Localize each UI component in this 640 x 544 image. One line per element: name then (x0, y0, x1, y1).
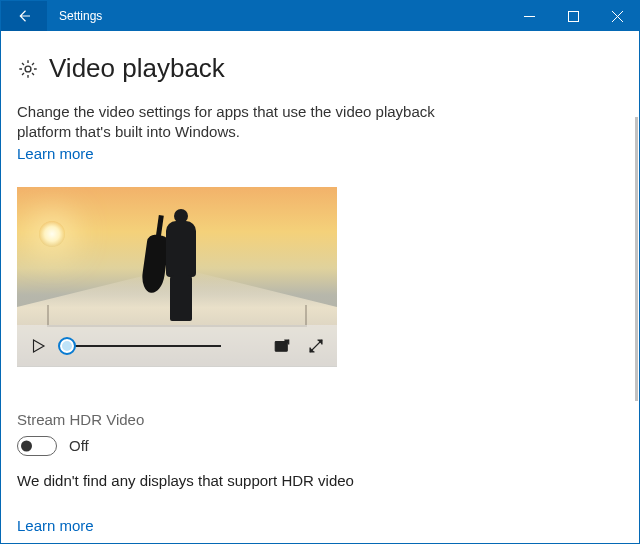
preview-person (142, 205, 212, 325)
close-button[interactable] (595, 1, 639, 31)
picture-in-picture-icon (273, 337, 291, 355)
titlebar: Settings (1, 1, 639, 31)
seek-slider[interactable] (61, 336, 221, 356)
scrollbar[interactable] (635, 117, 638, 401)
learn-more-link[interactable]: Learn more (17, 145, 94, 162)
seek-thumb[interactable] (58, 337, 76, 355)
play-button[interactable] (27, 335, 49, 357)
window-title: Settings (47, 1, 507, 31)
fullscreen-button[interactable] (305, 335, 327, 357)
minimize-icon (524, 11, 535, 22)
page-title: Video playback (49, 53, 225, 84)
hdr-toggle-knob (21, 440, 32, 451)
gear-icon (17, 58, 39, 80)
minimize-button[interactable] (507, 1, 551, 31)
content-area: Video playback Change the video settings… (1, 31, 639, 543)
page-description: Change the video settings for apps that … (17, 102, 457, 143)
svg-rect-1 (568, 11, 578, 21)
seek-track (61, 345, 221, 347)
preview-sun (39, 221, 65, 247)
maximize-button[interactable] (551, 1, 595, 31)
hdr-toggle-row: Off (17, 436, 623, 456)
back-arrow-icon (15, 7, 33, 25)
window-controls (507, 1, 639, 31)
video-controls-bar (17, 325, 337, 367)
close-icon (612, 11, 623, 22)
page-header: Video playback (17, 53, 623, 84)
hdr-section-label: Stream HDR Video (17, 411, 623, 428)
hdr-status-message: We didn't find any displays that support… (17, 472, 623, 489)
fullscreen-icon (307, 337, 325, 355)
back-button[interactable] (1, 1, 47, 31)
play-icon (29, 337, 47, 355)
svg-point-4 (25, 66, 31, 72)
maximize-icon (568, 11, 579, 22)
video-preview (17, 187, 337, 367)
hdr-learn-more-link[interactable]: Learn more (17, 517, 94, 534)
hdr-toggle[interactable] (17, 436, 57, 456)
hdr-toggle-state: Off (69, 437, 89, 454)
picture-in-picture-button[interactable] (271, 335, 293, 357)
settings-window: Settings Video playback Change the video… (0, 0, 640, 544)
